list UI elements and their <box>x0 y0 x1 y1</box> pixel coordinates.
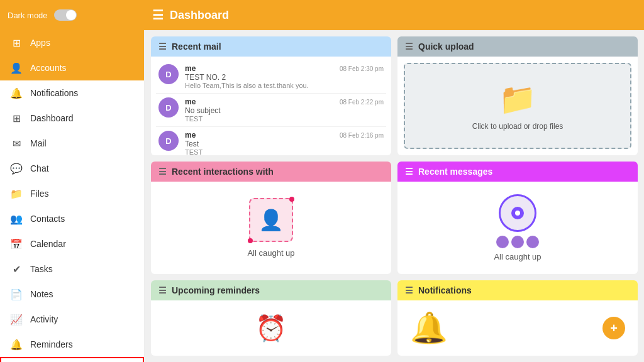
sidebar-item-notifications[interactable]: 🔔 Notifications <box>0 80 144 106</box>
mail-time: 08 Feb 2:22 pm <box>340 99 384 106</box>
table-row[interactable]: D me 08 Feb 2:22 pm No subject TEST <box>156 94 386 127</box>
dark-mode-toggle[interactable] <box>54 9 77 21</box>
tasks-icon: ✔ <box>10 263 23 275</box>
clock-icon: ⏰ <box>255 314 287 343</box>
mail-from: me <box>185 97 196 106</box>
bell-icon: 🔔 <box>410 310 448 346</box>
recent-messages-title: Recent messages <box>418 167 492 177</box>
sidebar-item-notes[interactable]: 📄 Notes <box>0 282 144 307</box>
sidebar-item-settings[interactable]: ⚙ Settings <box>0 357 144 362</box>
content-area: ☰ Recent mail D me 08 Feb 2:30 pm TEST N… <box>145 30 644 362</box>
notes-icon: 📄 <box>10 288 23 300</box>
sidebar-item-activity[interactable]: 📈 Activity <box>0 307 144 332</box>
person-icon: 👤 <box>258 208 284 232</box>
sidebar-label-notes: Notes <box>30 289 53 299</box>
sidebar-item-apps[interactable]: ⊞ Apps <box>0 30 144 55</box>
sidebar-label-activity: Activity <box>30 314 58 324</box>
reminders-icon: 🔔 <box>10 338 23 351</box>
apps-icon: ⊞ <box>10 36 23 49</box>
calendar-icon: 📅 <box>10 238 23 250</box>
sidebar-item-mail[interactable]: ✉ Mail <box>0 131 144 156</box>
reminders-body: ⏰ <box>151 300 391 356</box>
reminders-menu-icon[interactable]: ☰ <box>158 285 167 295</box>
recent-messages-header: ☰ Recent messages <box>397 162 638 182</box>
mail-time: 08 Feb 2:30 pm <box>340 65 384 72</box>
mail-body: me 08 Feb 2:16 pm Test TEST <box>185 131 384 155</box>
recent-mail-title: Recent mail <box>172 41 221 52</box>
mail-preview: TEST <box>185 115 384 123</box>
messages-body: All caught up <box>397 182 638 274</box>
quick-upload-menu-icon[interactable]: ☰ <box>405 41 413 52</box>
interactions-body: 👤 All caught up <box>151 182 391 274</box>
sidebar-label-accounts: Accounts <box>30 63 67 73</box>
top-bar: Dark mode ☰ Dashboard <box>0 0 644 30</box>
sidebar-item-contacts[interactable]: 👥 Contacts <box>0 206 144 231</box>
recent-mail-card: ☰ Recent mail D me 08 Feb 2:30 pm TEST N… <box>151 36 391 155</box>
notifications-menu-icon[interactable]: ☰ <box>405 285 413 295</box>
recent-mail-menu-icon[interactable]: ☰ <box>158 41 167 52</box>
sidebar-item-tasks[interactable]: ✔ Tasks <box>0 256 144 282</box>
mail-body: me 08 Feb 2:22 pm No subject TEST <box>185 97 384 123</box>
sidebar-label-tasks: Tasks <box>30 264 53 274</box>
upload-drop-zone[interactable]: 📁 Click to upload or drop files <box>404 63 631 149</box>
mini-avatar <box>511 236 524 248</box>
sidebar: ⊞ Apps 👤 Accounts 🔔 Notifications ⊞ Dash… <box>0 30 145 362</box>
mini-avatar <box>496 236 509 248</box>
mail-body: me 08 Feb 2:30 pm TEST NO. 2 Hello Team,… <box>185 64 384 89</box>
interactions-menu-icon[interactable]: ☰ <box>158 167 167 177</box>
sidebar-item-reminders[interactable]: 🔔 Reminders <box>0 332 144 357</box>
sidebar-item-accounts[interactable]: 👤 Accounts <box>0 55 144 80</box>
upcoming-reminders-card: ☰ Upcoming reminders ⏰ <box>151 280 391 356</box>
notifications-title: Notifications <box>418 285 472 295</box>
mail-time: 08 Feb 2:16 pm <box>340 132 384 139</box>
folder-icon: 📁 <box>499 82 536 117</box>
messages-empty-text: All caught up <box>494 252 541 261</box>
eye-inner <box>511 207 524 219</box>
hamburger-icon[interactable]: ☰ <box>152 8 164 23</box>
dot-decoration <box>289 197 294 202</box>
contacts-icon: 👥 <box>10 212 23 225</box>
mail-icon: ✉ <box>10 137 23 150</box>
sidebar-label-contacts: Contacts <box>30 214 65 224</box>
avatar: D <box>158 64 179 84</box>
recent-interactions-header: ☰ Recent interactions with <box>151 162 391 182</box>
add-notification-button[interactable]: + <box>602 317 625 339</box>
recent-mail-header: ☰ Recent mail <box>151 36 391 57</box>
table-row[interactable]: D me 08 Feb 2:16 pm Test TEST <box>156 127 386 155</box>
notifications-header: ☰ Notifications <box>397 280 638 300</box>
eye-pupil <box>515 211 520 216</box>
sidebar-item-files[interactable]: 📁 Files <box>0 181 144 206</box>
interactions-empty-text: All caught up <box>247 248 294 258</box>
mail-subject: No subject <box>185 106 384 115</box>
eye-icon <box>499 194 536 232</box>
sidebar-label-chat: Chat <box>30 163 49 173</box>
sidebar-item-dashboard[interactable]: ⊞ Dashboard <box>0 106 144 131</box>
dashboard-icon: ⊞ <box>10 112 23 124</box>
quick-upload-title: Quick upload <box>418 41 474 52</box>
notifications-card: ☰ Notifications 🔔 + <box>397 280 638 356</box>
mail-preview: Hello Team,This is also a test.thank you… <box>185 82 384 89</box>
table-row[interactable]: D me 08 Feb 2:30 pm TEST NO. 2 Hello Tea… <box>156 60 386 94</box>
quick-upload-card: ☰ Quick upload 📁 Click to upload or drop… <box>397 36 638 155</box>
mail-subject: Test <box>185 140 384 148</box>
sidebar-label-dashboard: Dashboard <box>30 113 74 123</box>
sidebar-label-files: Files <box>30 189 49 199</box>
page-title: Dashboard <box>170 9 229 22</box>
files-icon: 📁 <box>10 187 23 200</box>
accounts-icon: 👤 <box>10 62 23 74</box>
sidebar-item-chat[interactable]: 💬 Chat <box>0 156 144 181</box>
upcoming-reminders-title: Upcoming reminders <box>172 285 260 295</box>
avatar: D <box>158 131 179 151</box>
sidebar-label-reminders: Reminders <box>30 339 73 349</box>
mail-preview: TEST <box>185 148 384 155</box>
avatar: D <box>158 97 179 118</box>
sidebar-item-calendar[interactable]: 📅 Calendar <box>0 231 144 256</box>
mail-subject: TEST NO. 2 <box>185 73 384 82</box>
upcoming-reminders-header: ☰ Upcoming reminders <box>151 280 391 300</box>
mail-from: me <box>185 64 196 73</box>
dark-mode-label: Dark mode <box>8 11 48 20</box>
top-bar-right: ☰ Dashboard <box>152 8 636 23</box>
chat-icon: 💬 <box>10 162 23 175</box>
recent-messages-card: ☰ Recent messages All caught up <box>397 162 638 274</box>
messages-menu-icon[interactable]: ☰ <box>405 167 413 177</box>
